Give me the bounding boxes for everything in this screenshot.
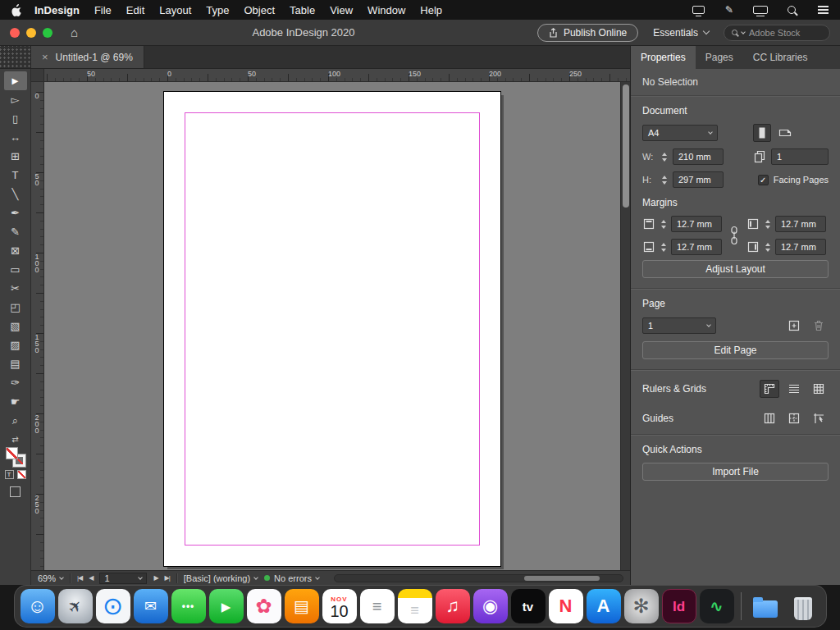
- link-margins-button[interactable]: [729, 226, 739, 245]
- rectangle-frame-tool[interactable]: ⊠: [4, 241, 27, 260]
- dock-app-store[interactable]: A: [587, 589, 621, 623]
- landscape-orientation-button[interactable]: [776, 124, 794, 142]
- smart-guides-button[interactable]: [809, 409, 829, 427]
- page-number-dropdown[interactable]: 1: [99, 573, 147, 584]
- page-tool[interactable]: ▯: [4, 109, 27, 128]
- import-file-button[interactable]: Import File: [642, 463, 829, 481]
- margin-outside-field[interactable]: 12.7 mm: [775, 239, 826, 255]
- vertical-scrollbar-thumb[interactable]: [623, 84, 629, 208]
- selection-tool[interactable]: ►: [4, 71, 27, 90]
- menu-layout[interactable]: Layout: [152, 4, 199, 16]
- vertical-ruler[interactable]: 0 50 100 150 200 250: [31, 82, 44, 570]
- previous-page-button[interactable]: ◀: [89, 574, 93, 582]
- tab-pages[interactable]: Pages: [696, 46, 743, 69]
- publish-online-button[interactable]: Publish Online: [537, 24, 638, 42]
- apple-menu[interactable]: [11, 4, 22, 16]
- preflight-status-menu[interactable]: No errors: [264, 573, 319, 583]
- portrait-orientation-button[interactable]: [753, 124, 771, 142]
- dock-mail[interactable]: ✉: [134, 589, 168, 623]
- fill-swatch[interactable]: [6, 447, 18, 459]
- first-page-button[interactable]: |◀: [77, 574, 82, 582]
- formatting-affects-text-button[interactable]: T: [5, 470, 14, 479]
- dock-music[interactable]: ♫: [436, 589, 470, 623]
- close-tab-icon[interactable]: ×: [42, 51, 48, 63]
- document-tab[interactable]: × Untitled-1 @ 69%: [31, 46, 144, 68]
- zoom-window-button[interactable]: [43, 28, 52, 38]
- tab-cc-libraries[interactable]: CC Libraries: [743, 46, 818, 69]
- dock-reminders[interactable]: ≡: [360, 589, 395, 623]
- dock-notes[interactable]: ≡: [398, 589, 432, 623]
- apply-none-button[interactable]: [17, 470, 26, 479]
- document-page[interactable]: [164, 92, 500, 566]
- menu-table[interactable]: Table: [282, 4, 322, 16]
- dock-finder[interactable]: ☺: [21, 589, 55, 623]
- add-page-button[interactable]: [784, 317, 804, 335]
- spotlight-search-icon[interactable]: [784, 3, 799, 16]
- screen-mode-button[interactable]: [10, 486, 21, 497]
- type-tool[interactable]: T: [4, 166, 27, 185]
- content-collector-tool[interactable]: ⊞: [4, 147, 27, 166]
- dock-folder[interactable]: [748, 589, 783, 623]
- swap-fill-stroke-icon[interactable]: ⇄: [11, 436, 18, 444]
- margin-bottom-field[interactable]: 12.7 mm: [671, 239, 722, 255]
- note-tool[interactable]: ▤: [4, 354, 27, 373]
- menu-edit[interactable]: Edit: [119, 4, 152, 16]
- pen-tool[interactable]: ✒: [4, 203, 27, 222]
- dock-books[interactable]: ▤: [285, 589, 319, 623]
- dock-safari[interactable]: ⊙: [96, 589, 130, 623]
- rectangle-tool[interactable]: ▭: [4, 260, 27, 279]
- rulers-button[interactable]: [760, 380, 779, 398]
- last-page-button[interactable]: ▶|: [165, 574, 170, 582]
- zoom-tool[interactable]: ⌕: [4, 411, 27, 430]
- dock-activity[interactable]: ∿: [700, 589, 734, 623]
- tab-properties[interactable]: Properties: [631, 46, 696, 69]
- pencil-tool[interactable]: ✎: [4, 222, 27, 241]
- height-stepper[interactable]: [660, 176, 668, 185]
- dock-indesign[interactable]: Id: [662, 589, 696, 623]
- edit-page-button[interactable]: Edit Page: [642, 341, 829, 359]
- margin-inside-field[interactable]: 12.7 mm: [775, 216, 826, 232]
- baseline-grid-button[interactable]: [784, 380, 804, 398]
- page-size-preset-dropdown[interactable]: A4: [642, 125, 718, 141]
- menu-type[interactable]: Type: [199, 4, 236, 16]
- delete-page-button[interactable]: [809, 317, 829, 335]
- menu-view[interactable]: View: [322, 4, 360, 16]
- column-guides-button[interactable]: [760, 409, 779, 427]
- current-page-dropdown[interactable]: 1: [642, 317, 716, 334]
- dock-system-preferences[interactable]: ✻: [624, 589, 659, 623]
- dock-trash[interactable]: [786, 589, 820, 623]
- dock-calendar[interactable]: NOV 10: [322, 589, 357, 623]
- guide-layout-button[interactable]: [784, 409, 804, 427]
- width-stepper[interactable]: [660, 153, 668, 162]
- minimize-window-button[interactable]: [26, 28, 36, 38]
- hand-tool[interactable]: ☛: [4, 392, 27, 411]
- gradient-feather-tool[interactable]: ▨: [4, 336, 27, 354]
- close-window-button[interactable]: [10, 28, 20, 38]
- dock-news[interactable]: N: [549, 589, 583, 623]
- home-button[interactable]: ⌂: [71, 25, 78, 39]
- adjust-layout-button[interactable]: Adjust Layout: [642, 260, 829, 278]
- display-icon[interactable]: [753, 3, 768, 16]
- markup-pencil-icon[interactable]: ✎: [722, 3, 737, 16]
- scissors-tool[interactable]: ✂: [4, 279, 27, 298]
- stock-search-field[interactable]: Adobe Stock: [724, 25, 830, 41]
- direct-selection-tool[interactable]: ▻: [4, 90, 27, 109]
- ruler-origin-corner[interactable]: [31, 69, 44, 82]
- line-tool[interactable]: ╲: [4, 185, 27, 203]
- horizontal-ruler[interactable]: 50 0 50 100 150 200 250: [44, 69, 630, 82]
- free-transform-tool[interactable]: ◰: [4, 298, 27, 317]
- gap-tool[interactable]: ↔: [4, 128, 27, 147]
- preflight-profile-menu[interactable]: [Basic] (working): [184, 573, 258, 583]
- horizontal-scrollbar[interactable]: [334, 574, 623, 582]
- menu-object[interactable]: Object: [237, 4, 283, 16]
- dock-launchpad[interactable]: ✈: [58, 589, 93, 623]
- workspace-switcher[interactable]: Essentials: [653, 27, 709, 39]
- document-grid-button[interactable]: [809, 380, 829, 398]
- dock-podcasts[interactable]: ◉: [473, 589, 508, 623]
- dock-photos[interactable]: ✿: [247, 589, 281, 623]
- eyedropper-tool[interactable]: ✑: [4, 373, 27, 392]
- dock-messages[interactable]: •••: [171, 589, 206, 623]
- next-page-button[interactable]: ▶: [153, 574, 158, 582]
- margin-bottom-stepper[interactable]: [660, 243, 667, 252]
- zoom-level-dropdown[interactable]: 69%: [38, 573, 63, 583]
